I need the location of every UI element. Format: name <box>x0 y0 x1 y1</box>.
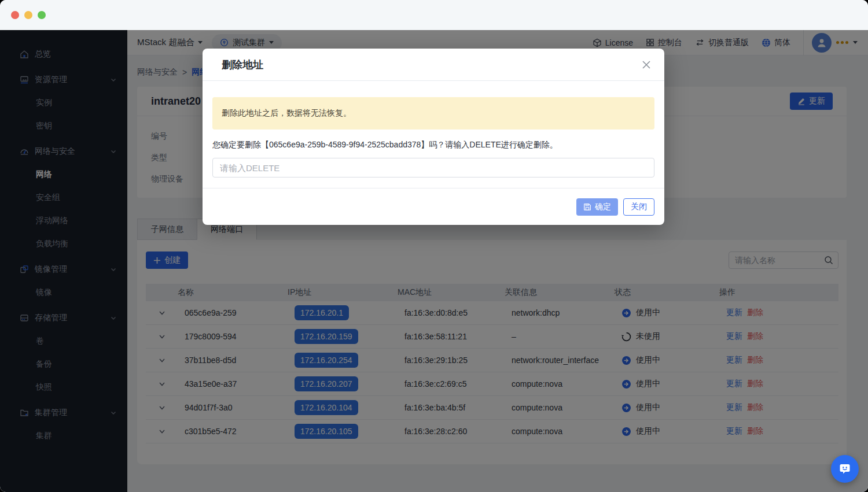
close-icon[interactable] <box>641 60 652 70</box>
modal-title: 删除地址 <box>222 58 263 72</box>
delete-address-modal: 删除地址 删除此地址之后，数据将无法恢复。 您确定要删除【065c6e9a-25… <box>203 49 664 225</box>
app-window: 总览资源管理实例密钥网络与安全网络安全组浮动网络负载均衡镜像管理镜像存储管理卷备… <box>0 0 868 492</box>
mac-titlebar <box>0 0 868 30</box>
confirm-text: 您确定要删除【065c6e9a-259b-4589-9f94-2525cbadd… <box>212 140 654 150</box>
close-window-button[interactable] <box>11 11 19 19</box>
app-body: 总览资源管理实例密钥网络与安全网络安全组浮动网络负载均衡镜像管理镜像存储管理卷备… <box>0 30 868 492</box>
confirm-button[interactable]: 确定 <box>576 198 618 216</box>
minimize-window-button[interactable] <box>24 11 32 19</box>
maximize-window-button[interactable] <box>38 11 46 19</box>
save-icon <box>583 203 591 211</box>
confirm-button-label: 确定 <box>595 202 611 212</box>
support-chat-button[interactable] <box>831 455 859 483</box>
close-button[interactable]: 关闭 <box>623 198 654 216</box>
delete-confirm-input[interactable] <box>212 158 654 177</box>
warning-alert: 删除此地址之后，数据将无法恢复。 <box>212 97 654 130</box>
chat-bubble-icon <box>838 462 852 476</box>
